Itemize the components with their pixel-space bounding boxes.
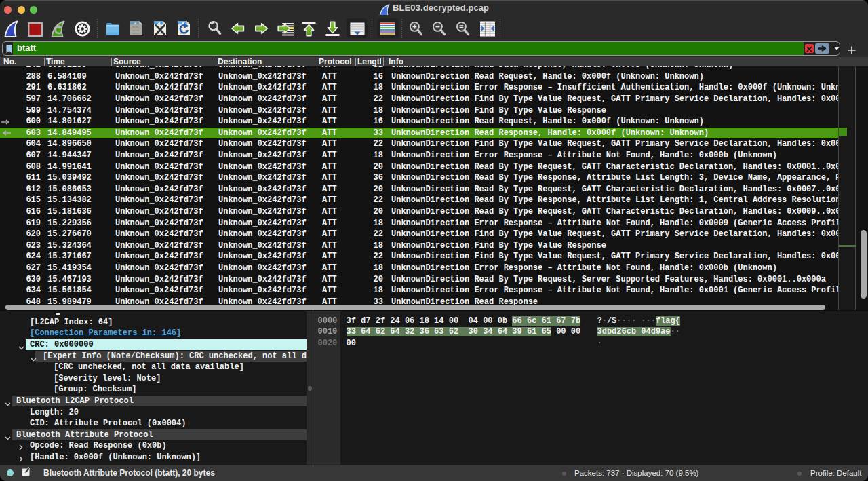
svg-text:0011: 0011: [132, 32, 139, 35]
